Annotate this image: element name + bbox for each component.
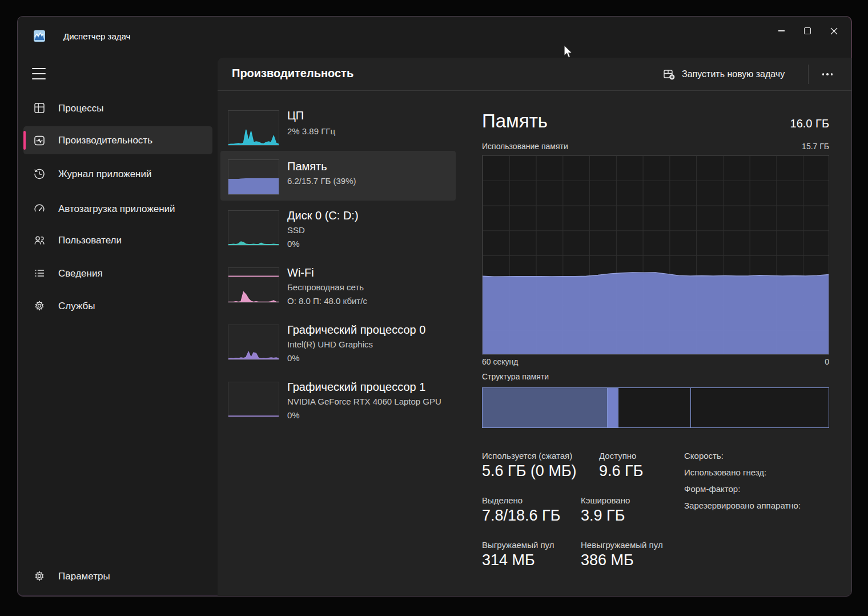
sidebar-item-label: Процессы	[58, 101, 198, 116]
users-icon	[33, 234, 46, 246]
minimize-button[interactable]	[768, 21, 794, 41]
memory-usage-graph	[482, 155, 829, 355]
stat-value-in-use: 5.6 ГБ (0 МБ)	[482, 462, 577, 480]
stat-value-cached: 3.9 ГБ	[581, 507, 625, 525]
performance-icon	[33, 134, 46, 147]
perf-item-detail: 0%	[287, 239, 300, 249]
perf-item-title: Диск 0 (C: D:)	[287, 209, 359, 222]
sidebar-item-details[interactable]: Сведения	[23, 261, 212, 286]
perf-item-title: Память	[287, 160, 327, 173]
task-manager-window: Диспетчер задач Процессы	[17, 16, 852, 597]
startup-icon	[33, 202, 46, 215]
sidebar-item-label: Параметры	[58, 569, 198, 584]
page-title: Производительность	[232, 67, 353, 80]
processes-icon	[33, 102, 46, 114]
memory-total-capacity: 16.0 ГБ	[715, 117, 829, 130]
composition-segment-modified	[608, 388, 618, 427]
more-options-button[interactable]	[815, 65, 840, 84]
perf-item-memory[interactable]: Память 6.2/15.7 ГБ (39%)	[220, 151, 456, 201]
perf-item-title: ЦП	[287, 109, 304, 122]
run-new-task-label: Запустить новую задачу	[682, 69, 785, 79]
stat-value-committed: 7.8/18.6 ГБ	[482, 507, 560, 525]
memory-composition-label: Структура памяти	[482, 372, 549, 381]
window-controls	[768, 21, 847, 41]
perf-item-detail: 6.2/15.7 ГБ (39%)	[287, 176, 356, 186]
sidebar-item-performance[interactable]: Производительность	[23, 126, 212, 154]
sidebar-item-processes[interactable]: Процессы	[23, 95, 212, 121]
composition-segment-in-use	[483, 388, 608, 427]
sidebar-item-label: Журнал приложений	[58, 166, 198, 182]
memory-mini-chart	[228, 159, 279, 195]
header-divider	[808, 65, 809, 84]
hw-label-form-factor: Форм-фактор:	[684, 484, 740, 494]
perf-item-detail: SSD	[287, 225, 305, 235]
stat-value-non-paged-pool: 386 МБ	[581, 551, 634, 569]
content-header-rule	[218, 90, 851, 91]
perf-item-detail: 0%	[287, 410, 300, 420]
sidebar-item-label: Сведения	[58, 266, 198, 281]
perf-item-title: Графический процессор 1	[287, 381, 425, 394]
details-icon	[33, 267, 46, 279]
sidebar-item-label: Пользователи	[58, 233, 198, 248]
hamburger-icon	[32, 68, 46, 69]
wifi-mini-chart	[228, 267, 279, 303]
sidebar-item-app-history[interactable]: Журнал приложений	[23, 161, 212, 186]
app-title: Диспетчер задач	[63, 31, 130, 41]
navigation-menu-button[interactable]	[32, 67, 47, 81]
perf-item-disk0[interactable]: Диск 0 (C: D:) SSD 0%	[220, 203, 456, 255]
perf-item-detail: 2% 3.89 ГГц	[287, 126, 335, 136]
mouse-cursor	[563, 45, 574, 59]
perf-item-gpu0[interactable]: Графический процессор 0 Intel(R) UHD Gra…	[220, 318, 456, 369]
run-new-task-button[interactable]: Запустить новую задачу	[658, 63, 789, 85]
x-axis-right-label: 0	[715, 357, 829, 366]
composition-divider	[618, 388, 618, 427]
settings-icon	[33, 570, 46, 582]
titlebar: Диспетчер задач	[18, 17, 851, 58]
sidebar-item-startup-apps[interactable]: Автозагрузка приложений	[23, 192, 212, 225]
stat-label-in-use: Используется (сжатая)	[482, 451, 572, 461]
desktop: Диспетчер задач Процессы	[0, 0, 868, 616]
hw-label-slots-used: Использовано гнезд:	[684, 467, 766, 477]
hw-label-hardware-reserved: Зарезервировано аппаратно:	[684, 501, 801, 510]
perf-item-gpu1[interactable]: Графический процессор 1 NVIDIA GeForce R…	[220, 375, 456, 426]
composition-divider	[690, 388, 691, 427]
app-history-icon	[33, 167, 46, 180]
sidebar-item-label: Автозагрузка приложений	[58, 201, 198, 217]
maximize-icon	[804, 27, 811, 34]
perf-item-detail: NVIDIA GeForce RTX 4060 Laptop GPU	[287, 397, 441, 406]
stat-label-cached: Кэшировано	[581, 495, 630, 505]
new-task-icon	[663, 68, 676, 81]
perf-item-title: Графический процессор 0	[287, 323, 425, 337]
sidebar-item-settings[interactable]: Параметры	[23, 563, 212, 589]
sidebar-item-services[interactable]: Службы	[23, 293, 212, 318]
memory-usage-chart-label: Использование памяти	[482, 142, 568, 151]
stat-value-available: 9.6 ГБ	[599, 462, 643, 480]
disk-mini-chart	[228, 210, 279, 246]
perf-item-detail: О: 8.0 П: 48.0 кбит/с	[287, 296, 367, 306]
sidebar-item-label: Производительность	[58, 133, 198, 148]
stat-value-paged-pool: 314 МБ	[482, 551, 535, 569]
sidebar-item-users[interactable]: Пользователи	[23, 227, 212, 253]
close-button[interactable]	[821, 21, 847, 41]
task-manager-app-icon	[33, 30, 46, 42]
close-icon	[830, 27, 838, 35]
gpu0-mini-chart	[228, 325, 279, 360]
services-icon	[33, 299, 46, 312]
perf-item-detail: 0%	[287, 353, 300, 363]
perf-item-detail: Беспроводная сеть	[287, 282, 364, 292]
cpu-mini-chart	[228, 110, 279, 146]
perf-item-wifi[interactable]: Wi-Fi Беспроводная сеть О: 8.0 П: 48.0 к…	[220, 261, 456, 312]
memory-panel-title: Память	[482, 110, 548, 132]
memory-usage-chart-max: 15.7 ГБ	[715, 142, 829, 151]
memory-composition-bar	[482, 387, 829, 428]
stat-label-available: Доступно	[599, 451, 636, 461]
more-icon	[822, 73, 824, 75]
perf-item-cpu[interactable]: ЦП 2% 3.89 ГГц	[220, 103, 456, 151]
stat-label-committed: Выделено	[482, 495, 523, 505]
selected-accent-pill	[23, 131, 26, 150]
sidebar-item-label: Службы	[58, 298, 198, 314]
minimize-icon	[778, 30, 785, 31]
maximize-button[interactable]	[794, 21, 821, 41]
perf-item-detail: Intel(R) UHD Graphics	[287, 339, 373, 349]
x-axis-left-label: 60 секунд	[482, 357, 518, 366]
